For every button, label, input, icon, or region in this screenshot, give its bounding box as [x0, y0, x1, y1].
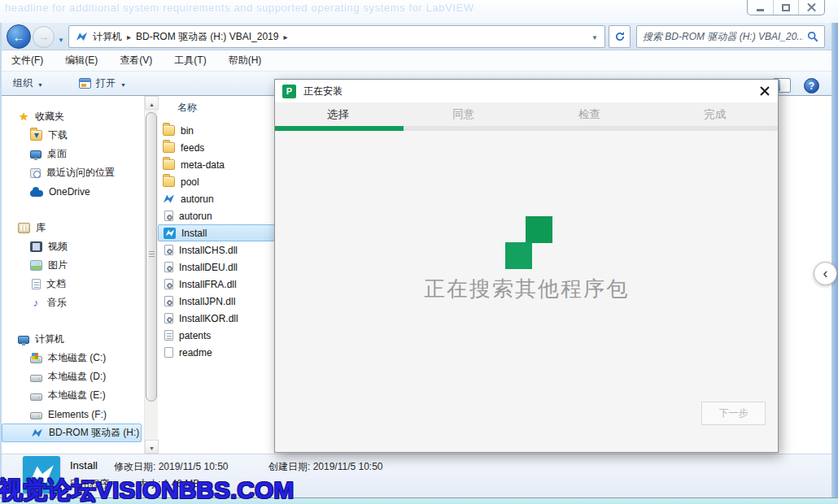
file-name: InstallCHS.dll — [179, 245, 238, 256]
installer-status-text: 正在搜索其他程序包 — [275, 275, 778, 303]
history-dropdown-button[interactable] — [58, 33, 64, 45]
organize-button[interactable]: 组织 — [13, 76, 43, 90]
dll-file-icon — [164, 262, 173, 272]
search-input[interactable] — [643, 31, 803, 42]
step-progress-track — [275, 126, 778, 131]
sidebar-item-local-disk-c[interactable]: 本地磁盘 (C:) — [0, 349, 143, 367]
forward-arrow-icon — [38, 31, 49, 43]
breadcrumb-separator-icon[interactable] — [283, 31, 287, 42]
breadcrumb-current-folder[interactable]: BD-ROM 驱动器 (H:) VBAI_2019 — [136, 30, 278, 44]
folder-icon — [163, 159, 175, 170]
file-row-install-selected[interactable]: Install — [158, 224, 275, 241]
star-icon — [18, 111, 29, 123]
step-select: 选择 — [275, 102, 401, 126]
search-icon[interactable] — [807, 31, 818, 42]
dll-file-icon — [164, 296, 173, 306]
next-button-disabled[interactable]: 下一步 — [701, 402, 766, 425]
installer-dialog: 正在安装 选择 同意 检查 完成 正在搜索其他程序包 下一步 — [274, 79, 779, 453]
installer-steps: 选择 同意 检查 完成 — [275, 102, 778, 126]
window-right-border — [831, 23, 838, 499]
forward-button[interactable] — [33, 26, 55, 48]
sidebar-item-music[interactable]: 音乐 — [0, 293, 143, 312]
sidebar-item-pictures[interactable]: 图片 — [0, 256, 143, 275]
file-name: meta-data — [181, 159, 225, 171]
sidebar-item-label: 本地磁盘 (E:) — [48, 389, 106, 402]
recent-places-icon — [30, 168, 41, 178]
menu-file[interactable]: 文件(F) — [11, 54, 43, 67]
sidebar-item-bdrom-h[interactable]: BD-ROM 驱动器 (H:) — [2, 424, 142, 442]
sidebar-item-label: 文档 — [46, 277, 66, 291]
sidebar-item-local-disk-e[interactable]: 本地磁盘 (E:) — [0, 386, 143, 405]
package-manager-icon — [282, 85, 296, 98]
file-name: InstallFRA.dll — [179, 279, 237, 290]
close-button[interactable] — [798, 0, 824, 15]
organize-label: 组织 — [13, 76, 33, 90]
screen: headline for additional system requireme… — [0, 0, 838, 504]
file-name: readme — [179, 347, 212, 358]
menu-view[interactable]: 查看(V) — [120, 54, 152, 67]
ni-logo-icon — [31, 428, 43, 438]
dll-file-icon — [164, 313, 173, 324]
breadcrumb-separator-icon[interactable] — [127, 31, 131, 42]
sidebar-item-label: 本地磁盘 (C:) — [48, 351, 106, 365]
help-button[interactable] — [804, 78, 819, 93]
scroll-up-button[interactable] — [145, 96, 159, 110]
refresh-button[interactable] — [609, 25, 631, 48]
sidebar-item-desktop[interactable]: 桌面 — [0, 145, 143, 163]
details-created-date: 创建日期: 2019/11/5 10:50 — [268, 460, 383, 474]
file-name: Install — [181, 228, 207, 239]
file-name: InstallJPN.dll — [179, 296, 235, 307]
document-icon — [32, 279, 41, 289]
open-label: 打开 — [96, 76, 116, 90]
menu-bar: 文件(F) 编辑(E) 查看(V) 工具(T) 帮助(H) — [0, 50, 838, 72]
sidebar-item-recent-places[interactable]: 最近访问的位置 — [0, 163, 143, 182]
application-window-icon — [79, 78, 91, 89]
dialog-close-button[interactable] — [759, 85, 770, 97]
open-button[interactable]: 打开 — [79, 76, 126, 90]
menu-edit[interactable]: 编辑(E) — [65, 54, 98, 67]
installer-titlebar[interactable]: 正在安装 — [275, 80, 778, 102]
sidebar-item-label: 桌面 — [47, 147, 67, 161]
sidebar-group-label: 计算机 — [35, 332, 64, 346]
sidebar-item-onedrive[interactable]: OneDrive — [0, 182, 143, 201]
menu-tools[interactable]: 工具(T) — [174, 54, 206, 67]
arrow-up-icon — [149, 98, 155, 109]
dll-file-icon — [164, 245, 173, 255]
minimize-button[interactable] — [748, 0, 773, 15]
sidebar-item-videos[interactable]: 视频 — [0, 237, 143, 256]
sidebar-group-computer[interactable]: 计算机 — [0, 330, 143, 349]
ni-logo-icon — [163, 193, 175, 204]
sidebar-item-local-disk-d[interactable]: 本地磁盘 (D:) — [0, 367, 143, 386]
sidebar-item-label: 音乐 — [47, 296, 67, 310]
sidebar-group-label: 库 — [36, 221, 46, 235]
install-application-icon — [164, 228, 176, 239]
sidebar-item-label: 下载 — [48, 128, 68, 142]
address-breadcrumb-bar[interactable]: 计算机 BD-ROM 驱动器 (H:) VBAI_2019 — [68, 25, 605, 48]
sidebar-item-label: 图片 — [48, 259, 68, 272]
navigation-scrollbar[interactable] — [144, 96, 158, 454]
menu-help[interactable]: 帮助(H) — [229, 54, 262, 67]
file-name: autorun — [181, 193, 214, 205]
sidebar-item-label: BD-ROM 驱动器 (H:) — [49, 426, 139, 440]
back-button[interactable] — [7, 24, 31, 49]
sidebar-item-downloads[interactable]: 下载 — [0, 126, 143, 145]
sidebar-item-documents[interactable]: 文档 — [0, 275, 143, 293]
drive-icon — [30, 412, 42, 419]
sidebar-item-elements-f[interactable]: Elements (F:) — [0, 405, 143, 424]
sidebar-group-libraries[interactable]: 库 — [0, 219, 143, 237]
collapse-panel-button[interactable] — [814, 262, 837, 285]
setup-information-icon — [164, 211, 173, 221]
breadcrumb-computer[interactable]: 计算机 — [93, 30, 122, 44]
chevron-down-icon — [120, 78, 126, 89]
film-icon — [30, 241, 42, 252]
step-progress-fill — [275, 126, 404, 131]
details-modified-date: 修改日期: 2019/11/5 10:50 — [114, 460, 229, 474]
ni-logo-icon — [76, 31, 88, 42]
scroll-down-button[interactable] — [145, 440, 159, 454]
sidebar-group-favorites[interactable]: 收藏夹 — [0, 107, 143, 126]
close-icon — [807, 3, 816, 12]
scrollbar-thumb[interactable] — [146, 112, 157, 402]
picture-icon — [30, 260, 42, 271]
maximize-button[interactable] — [773, 0, 799, 15]
address-dropdown-icon[interactable] — [591, 31, 598, 42]
